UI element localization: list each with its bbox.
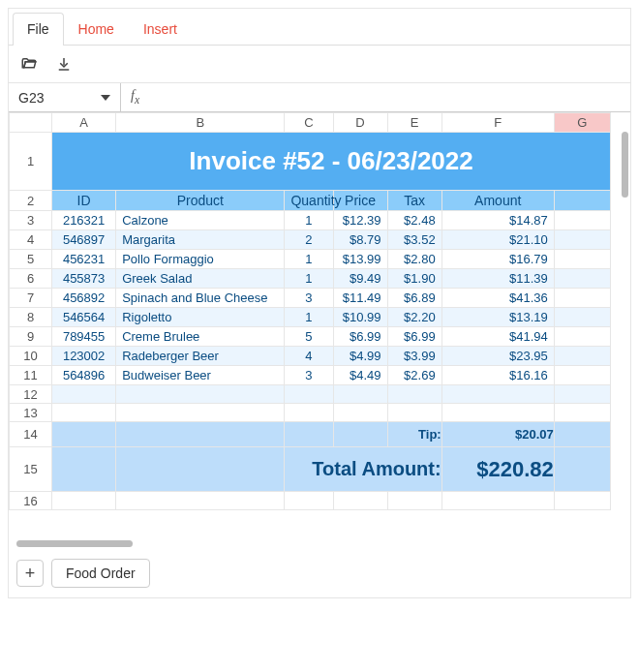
cell[interactable]: 1 — [285, 211, 333, 230]
cell[interactable]: Amount — [441, 191, 554, 211]
tab-home[interactable]: Home — [64, 13, 129, 45]
row-header[interactable]: 14 — [10, 422, 52, 447]
cell[interactable]: 1 — [285, 308, 333, 327]
cell[interactable] — [554, 191, 610, 211]
col-header[interactable]: A — [52, 113, 116, 133]
col-header[interactable]: E — [387, 113, 441, 133]
cell[interactable]: 123002 — [52, 347, 116, 366]
cell[interactable] — [554, 250, 610, 269]
cell[interactable] — [554, 366, 610, 385]
cell[interactable] — [333, 492, 387, 510]
cell[interactable]: Quantity — [285, 191, 333, 211]
cell[interactable]: $41.94 — [441, 327, 554, 347]
open-folder-icon[interactable] — [20, 55, 38, 73]
formula-input[interactable] — [149, 83, 630, 111]
row-header[interactable]: 9 — [10, 327, 52, 347]
total-label[interactable]: Total Amount: — [285, 447, 441, 492]
cell[interactable]: Rigoletto — [116, 308, 285, 327]
cell[interactable] — [52, 447, 116, 492]
cell[interactable]: $41.36 — [441, 289, 554, 308]
row-header[interactable]: 13 — [10, 404, 52, 422]
row-header[interactable]: 4 — [10, 230, 52, 250]
cell[interactable]: $13.19 — [441, 308, 554, 327]
col-header[interactable]: D — [333, 113, 387, 133]
cell[interactable]: $11.49 — [333, 289, 387, 308]
tip-value[interactable]: $20.07 — [441, 422, 554, 447]
cell[interactable]: $16.79 — [441, 250, 554, 269]
cell[interactable]: 546564 — [52, 308, 116, 327]
cell[interactable]: 3 — [285, 289, 333, 308]
cell[interactable]: $8.79 — [333, 230, 387, 250]
cell[interactable] — [333, 385, 387, 404]
cell[interactable] — [285, 422, 333, 447]
col-header[interactable]: F — [441, 113, 554, 133]
cell[interactable]: Budweiser Beer — [116, 366, 285, 385]
cell[interactable] — [52, 492, 116, 510]
cell[interactable]: $4.99 — [333, 347, 387, 366]
cell[interactable]: $14.87 — [441, 211, 554, 230]
cell[interactable]: 546897 — [52, 230, 116, 250]
cell[interactable] — [554, 492, 610, 510]
cell[interactable]: $12.39 — [333, 211, 387, 230]
cell[interactable] — [554, 308, 610, 327]
download-icon[interactable] — [55, 55, 73, 73]
cell[interactable]: $6.89 — [387, 289, 441, 308]
cell[interactable] — [387, 385, 441, 404]
add-sheet-button[interactable]: + — [16, 560, 44, 587]
row-header[interactable]: 12 — [10, 385, 52, 404]
tab-file[interactable]: File — [13, 13, 64, 45]
cell[interactable]: $2.48 — [387, 211, 441, 230]
cell[interactable]: Greek Salad — [116, 269, 285, 289]
cell[interactable] — [441, 385, 554, 404]
row-header[interactable]: 1 — [10, 133, 52, 191]
cell[interactable]: 455873 — [52, 269, 116, 289]
row-header[interactable]: 15 — [10, 447, 52, 492]
cell[interactable] — [554, 211, 610, 230]
row-header[interactable]: 11 — [10, 366, 52, 385]
cell[interactable] — [116, 385, 285, 404]
cell[interactable]: 564896 — [52, 366, 116, 385]
row-header[interactable]: 6 — [10, 269, 52, 289]
cell[interactable]: 5 — [285, 327, 333, 347]
row-header[interactable]: 8 — [10, 308, 52, 327]
cell[interactable] — [441, 404, 554, 422]
cell[interactable] — [554, 385, 610, 404]
tip-label[interactable]: Tip: — [387, 422, 441, 447]
cell[interactable]: Spinach and Blue Cheese — [116, 289, 285, 308]
cell[interactable]: $2.80 — [387, 250, 441, 269]
cell[interactable]: 789455 — [52, 327, 116, 347]
cell[interactable]: $4.49 — [333, 366, 387, 385]
cell[interactable] — [285, 385, 333, 404]
cell[interactable]: $9.49 — [333, 269, 387, 289]
name-box[interactable]: G23 — [9, 83, 121, 111]
cell[interactable]: $16.16 — [441, 366, 554, 385]
cell[interactable] — [285, 404, 333, 422]
cell[interactable]: $10.99 — [333, 308, 387, 327]
cell[interactable] — [554, 269, 610, 289]
cell[interactable] — [554, 404, 610, 422]
cell[interactable]: Tax — [387, 191, 441, 211]
row-header[interactable]: 3 — [10, 211, 52, 230]
cell[interactable]: $3.52 — [387, 230, 441, 250]
cell[interactable] — [441, 492, 554, 510]
col-header[interactable]: G — [554, 113, 610, 133]
row-header[interactable]: 7 — [10, 289, 52, 308]
grid[interactable]: A B C D E F G 1 Invoice #52 - 06/23/2022… — [9, 112, 630, 538]
cell[interactable]: $1.90 — [387, 269, 441, 289]
cell[interactable]: 2 — [285, 230, 333, 250]
cell[interactable] — [554, 230, 610, 250]
cell[interactable]: $21.10 — [441, 230, 554, 250]
cell[interactable]: ID — [52, 191, 116, 211]
cell[interactable] — [52, 404, 116, 422]
cell[interactable] — [52, 385, 116, 404]
col-header[interactable]: B — [116, 113, 285, 133]
cell[interactable]: $11.39 — [441, 269, 554, 289]
cell[interactable]: 1 — [285, 269, 333, 289]
cell[interactable]: Pollo Formaggio — [116, 250, 285, 269]
cell[interactable]: $23.95 — [441, 347, 554, 366]
row-header[interactable]: 16 — [10, 492, 52, 510]
cell[interactable]: Product — [116, 191, 285, 211]
cell[interactable]: Margarita — [116, 230, 285, 250]
cell[interactable]: Radeberger Beer — [116, 347, 285, 366]
cell[interactable]: $2.69 — [387, 366, 441, 385]
